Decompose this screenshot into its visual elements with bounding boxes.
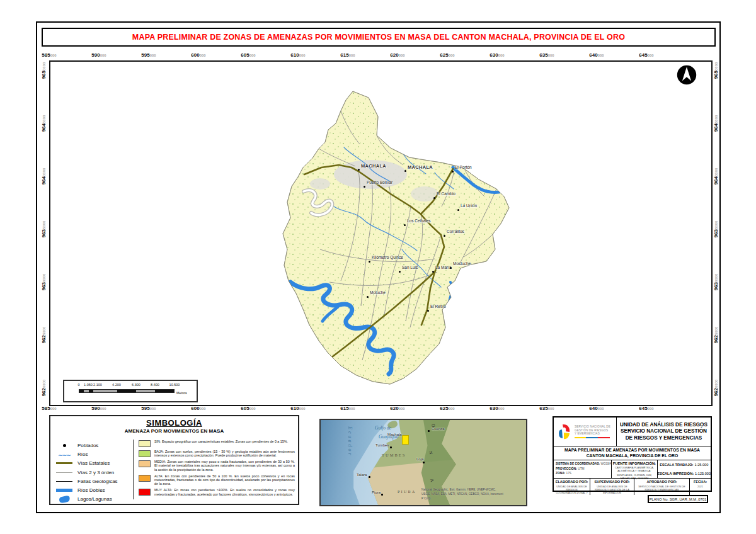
- place-dot: [369, 261, 370, 263]
- place-dot: [452, 171, 454, 173]
- legend-symbol-swatch: [54, 489, 75, 492]
- x-axis-tick-label: 615000: [340, 406, 355, 411]
- coordinate-line: PROYECCIÓN: UTM: [556, 467, 611, 472]
- x-axis-tick-label: 595000: [141, 52, 156, 58]
- place-label: San Luis: [402, 265, 418, 270]
- place-dot: [427, 310, 429, 312]
- place-dot: [404, 170, 406, 172]
- coordinate-system-cell: SISTEMA DE COORDENADAS: WGS84 PROYECCIÓN…: [554, 460, 612, 478]
- inset-label: National Geographic, Esri, Garmin, HERE,…: [421, 488, 496, 491]
- source-info-cell: FUENTE INFORMACIÓN: CARTOGRAFÍA PLANIMÉT…: [612, 460, 657, 478]
- hazard-class-description: MEDIA: Zonas con materiales muy poco o n…: [154, 460, 295, 472]
- plano-number-box: PLANO No. SGR_UAR_M.M_0701: [648, 495, 708, 503]
- legend-symbol-row: Fallas Geológicas: [54, 477, 133, 486]
- inset-label: [428, 430, 430, 432]
- place-label: Kilómetro Quince: [372, 255, 403, 259]
- legend-symbol-label: Ríos: [77, 452, 88, 457]
- x-axis-tick-label: 625000: [440, 52, 454, 58]
- hazard-class-swatch: [139, 489, 151, 496]
- canton-map-drawing: [49, 60, 710, 404]
- place-label: El Portón: [455, 165, 472, 169]
- y-axis-tick-label: 9630000: [713, 274, 719, 291]
- legend-symbol-row: Ríos: [54, 450, 133, 458]
- place-dot: [432, 271, 434, 273]
- legend-subtitle: AMENAZA POR MOVIMIENTOS EN MASA: [50, 428, 298, 434]
- y-axis-tick-label: 9625000: [41, 327, 47, 344]
- panel-map-title: MAPA PRELIMINAR DE AMENAZAS POR MOVIMIEN…: [554, 446, 711, 460]
- x-axis-tick-label: 590000: [91, 406, 106, 411]
- signature-cell: APROBADO POR: SERVICIO NACIONAL DE GESTI…: [634, 479, 690, 495]
- inset-label: Loja: [416, 457, 423, 461]
- place-label: La María: [435, 265, 452, 270]
- inset-label: Talara: [357, 473, 367, 477]
- place-dot: [364, 186, 365, 188]
- place-label: MACHALA: [361, 163, 386, 169]
- inset-label: [423, 462, 425, 463]
- place-label: Motuche: [370, 290, 386, 295]
- legend-symbol-row: Vías Estatales: [54, 459, 133, 468]
- x-axis-tick-label: 590000: [91, 52, 106, 58]
- logo-text-line: Y EMERGENCIAS: [575, 432, 610, 436]
- hazard-class-description: MUY ALTA: En zonas con pendientes >100%.…: [154, 488, 295, 496]
- inset-label: Gulfo de: [375, 425, 391, 431]
- hazard-class-swatch: [139, 450, 151, 457]
- y-axis-tick-label: 9650000: [41, 62, 47, 79]
- y-axis-tick-label: 9635000: [41, 221, 47, 238]
- x-axis-tick-label: 640000: [589, 52, 604, 58]
- inset-label: Cuenca: [432, 427, 445, 431]
- x-axis-tick-label: 625000: [440, 406, 454, 411]
- legend-symbol-swatch: [54, 448, 75, 460]
- scale-bar-segments: [79, 389, 175, 393]
- scale-tick-label: 8.400: [151, 383, 159, 387]
- inset-label: PIURA: [398, 489, 416, 494]
- legend-symbol-row: Vías 2 y 3 órden: [54, 468, 133, 477]
- logo-text-line: SERVICIO NACIONAL DE: [575, 425, 610, 429]
- inset-label: TUMBES: [382, 453, 406, 457]
- inset-label: Piura: [372, 491, 381, 494]
- place-label: El Cambio: [437, 191, 455, 196]
- x-axis-tick-label: 620000: [390, 52, 404, 58]
- hazard-class-swatch: [139, 460, 151, 467]
- x-axis-tick-label: 605000: [241, 52, 255, 58]
- legend-box: SIMBOLOGÍA AMENAZA POR MOVIMIENTOS EN MA…: [49, 415, 299, 505]
- x-axis-tick-label: 600000: [191, 52, 205, 58]
- place-label: MACHALA: [408, 164, 433, 170]
- x-axis-tick-label: 600000: [191, 406, 205, 411]
- place-dot: [367, 296, 369, 298]
- legend-symbols: Poblados Ríos Vías Estatales Vía: [54, 437, 133, 502]
- inset-machala-marker: [402, 435, 409, 445]
- place-dot: [457, 209, 459, 211]
- hazard-class-description: ALTA: En zonas con pendientes de 50 a 10…: [154, 474, 295, 486]
- place-dot: [444, 235, 445, 237]
- scale-info-row: ESCALA TRABAJO:1:25.000: [658, 460, 711, 469]
- scale-unit-label: Metros: [176, 391, 187, 395]
- inset-label: [369, 476, 370, 478]
- place-label: Corralitos: [447, 229, 464, 234]
- info-panel: SERVICIO NACIONAL DE GESTIÓN DE RIESGOS …: [553, 416, 712, 492]
- legend-symbol-row: Lagos/Lagunas: [54, 495, 133, 504]
- legend-symbol-label: Ríos Dobles: [77, 487, 105, 493]
- sngre-logo-icon: [557, 422, 572, 442]
- x-axis-tick-label: 630000: [490, 52, 504, 58]
- scale-tick-label: 10.500: [169, 383, 180, 387]
- legend-symbol-label: Fallas Geológicas: [77, 479, 118, 484]
- y-axis-tick-label: 9620000: [41, 380, 47, 397]
- inset-label: P Corp.: [421, 497, 432, 500]
- place-label: El Retiro: [430, 304, 446, 309]
- legend-title: SIMBOLOGÍA: [50, 418, 298, 428]
- legend-symbol-label: Poblados: [77, 443, 98, 448]
- x-axis-tick-label: 640000: [589, 406, 604, 411]
- legend-hazard-classes: SIN: Espacio geográfico con característi…: [134, 437, 296, 502]
- signature-cell: FECHA: 2021: [690, 479, 711, 495]
- y-axis-tick-label: 9645000: [713, 115, 719, 132]
- legend-symbol-swatch: [54, 472, 75, 473]
- scale-tick-label: 1.050: [84, 383, 93, 387]
- organization-header: UNIDAD DE ANÁLISIS DE RIESGOS SERVICIO N…: [617, 418, 711, 446]
- x-axis-tick-label: 630000: [490, 406, 504, 411]
- x-axis-tick-label: 645000: [639, 52, 653, 58]
- inset-label: USGS, NASA, ESA, METI, NRCAN, GEBCO, NOA…: [421, 492, 503, 496]
- place-label: La Unión: [461, 203, 477, 208]
- y-axis-tick-label: 9635000: [713, 221, 719, 238]
- y-axis-tick-label: 9645000: [41, 115, 47, 132]
- hazard-class-description: SIN: Espacio geográfico con característi…: [154, 440, 288, 447]
